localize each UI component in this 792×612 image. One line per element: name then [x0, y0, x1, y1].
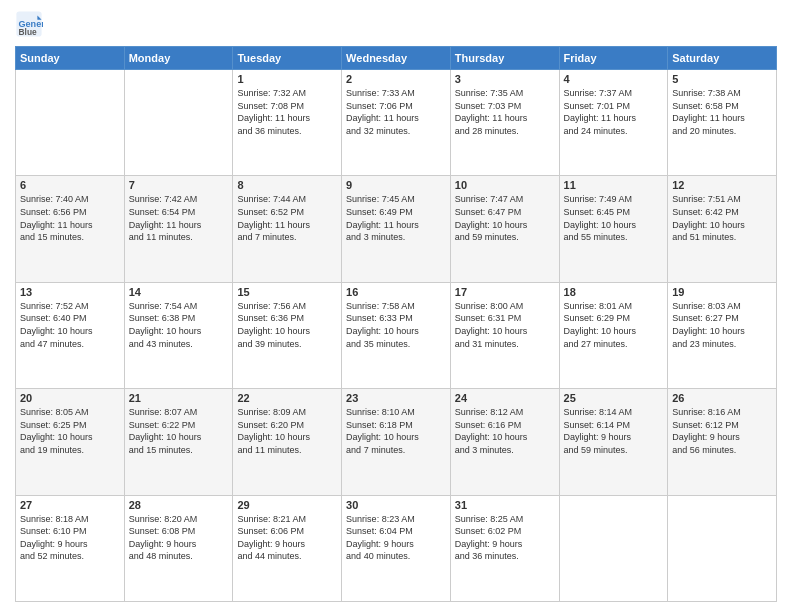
calendar-cell: 19Sunrise: 8:03 AM Sunset: 6:27 PM Dayli…	[668, 282, 777, 388]
calendar-table: SundayMondayTuesdayWednesdayThursdayFrid…	[15, 46, 777, 602]
calendar-cell: 12Sunrise: 7:51 AM Sunset: 6:42 PM Dayli…	[668, 176, 777, 282]
logo-icon: General Blue	[15, 10, 43, 38]
day-info: Sunrise: 7:54 AM Sunset: 6:38 PM Dayligh…	[129, 300, 229, 350]
calendar-cell: 1Sunrise: 7:32 AM Sunset: 7:08 PM Daylig…	[233, 70, 342, 176]
day-info: Sunrise: 8:25 AM Sunset: 6:02 PM Dayligh…	[455, 513, 555, 563]
day-number: 14	[129, 286, 229, 298]
day-number: 22	[237, 392, 337, 404]
calendar-header-tuesday: Tuesday	[233, 47, 342, 70]
day-info: Sunrise: 7:33 AM Sunset: 7:06 PM Dayligh…	[346, 87, 446, 137]
calendar-cell: 23Sunrise: 8:10 AM Sunset: 6:18 PM Dayli…	[342, 389, 451, 495]
day-number: 26	[672, 392, 772, 404]
calendar-cell: 28Sunrise: 8:20 AM Sunset: 6:08 PM Dayli…	[124, 495, 233, 601]
day-number: 2	[346, 73, 446, 85]
day-number: 20	[20, 392, 120, 404]
day-number: 18	[564, 286, 664, 298]
calendar-cell	[559, 495, 668, 601]
calendar-cell: 10Sunrise: 7:47 AM Sunset: 6:47 PM Dayli…	[450, 176, 559, 282]
day-info: Sunrise: 8:01 AM Sunset: 6:29 PM Dayligh…	[564, 300, 664, 350]
calendar-cell: 3Sunrise: 7:35 AM Sunset: 7:03 PM Daylig…	[450, 70, 559, 176]
day-number: 1	[237, 73, 337, 85]
day-number: 31	[455, 499, 555, 511]
calendar-week-1: 6Sunrise: 7:40 AM Sunset: 6:56 PM Daylig…	[16, 176, 777, 282]
day-info: Sunrise: 8:21 AM Sunset: 6:06 PM Dayligh…	[237, 513, 337, 563]
calendar-cell: 2Sunrise: 7:33 AM Sunset: 7:06 PM Daylig…	[342, 70, 451, 176]
day-number: 16	[346, 286, 446, 298]
day-info: Sunrise: 7:37 AM Sunset: 7:01 PM Dayligh…	[564, 87, 664, 137]
calendar-cell: 22Sunrise: 8:09 AM Sunset: 6:20 PM Dayli…	[233, 389, 342, 495]
day-info: Sunrise: 7:42 AM Sunset: 6:54 PM Dayligh…	[129, 193, 229, 243]
day-info: Sunrise: 7:52 AM Sunset: 6:40 PM Dayligh…	[20, 300, 120, 350]
day-info: Sunrise: 8:07 AM Sunset: 6:22 PM Dayligh…	[129, 406, 229, 456]
day-info: Sunrise: 8:23 AM Sunset: 6:04 PM Dayligh…	[346, 513, 446, 563]
calendar-cell: 31Sunrise: 8:25 AM Sunset: 6:02 PM Dayli…	[450, 495, 559, 601]
day-number: 27	[20, 499, 120, 511]
calendar-cell: 20Sunrise: 8:05 AM Sunset: 6:25 PM Dayli…	[16, 389, 125, 495]
day-info: Sunrise: 8:18 AM Sunset: 6:10 PM Dayligh…	[20, 513, 120, 563]
day-info: Sunrise: 8:14 AM Sunset: 6:14 PM Dayligh…	[564, 406, 664, 456]
day-number: 7	[129, 179, 229, 191]
day-info: Sunrise: 8:05 AM Sunset: 6:25 PM Dayligh…	[20, 406, 120, 456]
calendar-cell: 9Sunrise: 7:45 AM Sunset: 6:49 PM Daylig…	[342, 176, 451, 282]
calendar-cell: 26Sunrise: 8:16 AM Sunset: 6:12 PM Dayli…	[668, 389, 777, 495]
day-number: 9	[346, 179, 446, 191]
day-number: 30	[346, 499, 446, 511]
calendar-cell: 7Sunrise: 7:42 AM Sunset: 6:54 PM Daylig…	[124, 176, 233, 282]
calendar-cell: 5Sunrise: 7:38 AM Sunset: 6:58 PM Daylig…	[668, 70, 777, 176]
day-number: 17	[455, 286, 555, 298]
day-number: 12	[672, 179, 772, 191]
calendar-header-friday: Friday	[559, 47, 668, 70]
day-number: 15	[237, 286, 337, 298]
day-info: Sunrise: 7:47 AM Sunset: 6:47 PM Dayligh…	[455, 193, 555, 243]
calendar-header-sunday: Sunday	[16, 47, 125, 70]
day-info: Sunrise: 7:49 AM Sunset: 6:45 PM Dayligh…	[564, 193, 664, 243]
day-number: 4	[564, 73, 664, 85]
day-number: 23	[346, 392, 446, 404]
header: General Blue	[15, 10, 777, 38]
calendar-week-4: 27Sunrise: 8:18 AM Sunset: 6:10 PM Dayli…	[16, 495, 777, 601]
calendar-cell: 13Sunrise: 7:52 AM Sunset: 6:40 PM Dayli…	[16, 282, 125, 388]
day-number: 11	[564, 179, 664, 191]
calendar-cell: 4Sunrise: 7:37 AM Sunset: 7:01 PM Daylig…	[559, 70, 668, 176]
day-number: 21	[129, 392, 229, 404]
calendar-header-saturday: Saturday	[668, 47, 777, 70]
calendar-cell: 21Sunrise: 8:07 AM Sunset: 6:22 PM Dayli…	[124, 389, 233, 495]
day-number: 25	[564, 392, 664, 404]
calendar-cell: 17Sunrise: 8:00 AM Sunset: 6:31 PM Dayli…	[450, 282, 559, 388]
calendar-cell: 14Sunrise: 7:54 AM Sunset: 6:38 PM Dayli…	[124, 282, 233, 388]
logo: General Blue	[15, 10, 47, 38]
day-number: 29	[237, 499, 337, 511]
day-info: Sunrise: 8:03 AM Sunset: 6:27 PM Dayligh…	[672, 300, 772, 350]
calendar-week-2: 13Sunrise: 7:52 AM Sunset: 6:40 PM Dayli…	[16, 282, 777, 388]
calendar-cell	[124, 70, 233, 176]
day-info: Sunrise: 8:16 AM Sunset: 6:12 PM Dayligh…	[672, 406, 772, 456]
day-info: Sunrise: 7:44 AM Sunset: 6:52 PM Dayligh…	[237, 193, 337, 243]
calendar-cell	[668, 495, 777, 601]
day-info: Sunrise: 8:20 AM Sunset: 6:08 PM Dayligh…	[129, 513, 229, 563]
day-number: 13	[20, 286, 120, 298]
day-info: Sunrise: 7:56 AM Sunset: 6:36 PM Dayligh…	[237, 300, 337, 350]
calendar-header-thursday: Thursday	[450, 47, 559, 70]
day-info: Sunrise: 8:09 AM Sunset: 6:20 PM Dayligh…	[237, 406, 337, 456]
calendar-header-wednesday: Wednesday	[342, 47, 451, 70]
calendar-week-0: 1Sunrise: 7:32 AM Sunset: 7:08 PM Daylig…	[16, 70, 777, 176]
calendar-cell: 15Sunrise: 7:56 AM Sunset: 6:36 PM Dayli…	[233, 282, 342, 388]
calendar-cell: 25Sunrise: 8:14 AM Sunset: 6:14 PM Dayli…	[559, 389, 668, 495]
day-info: Sunrise: 7:58 AM Sunset: 6:33 PM Dayligh…	[346, 300, 446, 350]
calendar-cell: 16Sunrise: 7:58 AM Sunset: 6:33 PM Dayli…	[342, 282, 451, 388]
calendar-cell: 24Sunrise: 8:12 AM Sunset: 6:16 PM Dayli…	[450, 389, 559, 495]
day-info: Sunrise: 7:38 AM Sunset: 6:58 PM Dayligh…	[672, 87, 772, 137]
calendar-cell: 27Sunrise: 8:18 AM Sunset: 6:10 PM Dayli…	[16, 495, 125, 601]
calendar-week-3: 20Sunrise: 8:05 AM Sunset: 6:25 PM Dayli…	[16, 389, 777, 495]
day-info: Sunrise: 7:32 AM Sunset: 7:08 PM Dayligh…	[237, 87, 337, 137]
day-info: Sunrise: 8:00 AM Sunset: 6:31 PM Dayligh…	[455, 300, 555, 350]
day-info: Sunrise: 7:40 AM Sunset: 6:56 PM Dayligh…	[20, 193, 120, 243]
calendar-cell: 18Sunrise: 8:01 AM Sunset: 6:29 PM Dayli…	[559, 282, 668, 388]
day-number: 5	[672, 73, 772, 85]
day-info: Sunrise: 8:10 AM Sunset: 6:18 PM Dayligh…	[346, 406, 446, 456]
calendar-cell: 11Sunrise: 7:49 AM Sunset: 6:45 PM Dayli…	[559, 176, 668, 282]
page: General Blue SundayMondayTuesdayWednesda…	[0, 0, 792, 612]
day-number: 3	[455, 73, 555, 85]
day-number: 8	[237, 179, 337, 191]
day-number: 28	[129, 499, 229, 511]
